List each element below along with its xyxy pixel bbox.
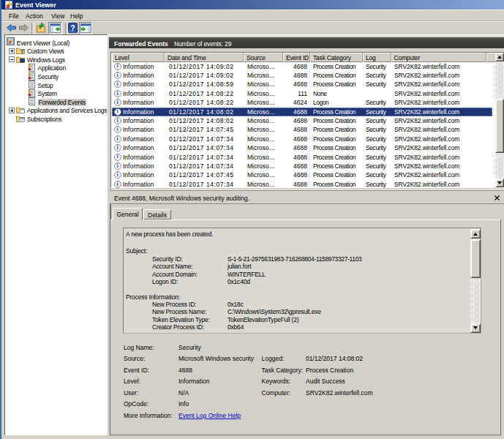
- svg-text:?: ?: [70, 24, 75, 32]
